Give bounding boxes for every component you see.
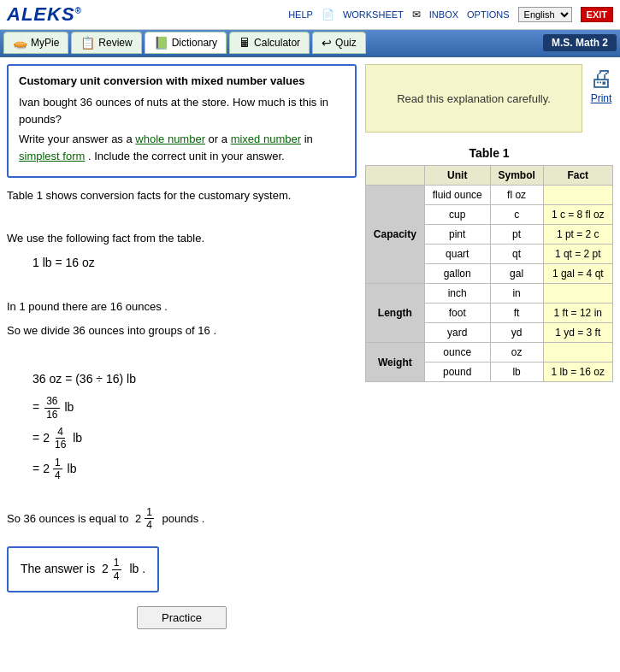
nav-dictionary-label: Dictionary bbox=[172, 37, 217, 49]
main-content: Customary unit conversion with mixed num… bbox=[0, 57, 620, 645]
nav-dictionary[interactable]: 📗 Dictionary bbox=[145, 32, 227, 54]
calculator-icon: 🖩 bbox=[239, 36, 251, 50]
symbol-header: Symbol bbox=[490, 166, 543, 186]
symbol-pound: lb bbox=[490, 363, 543, 382]
header-right: HELP 📄 WORKSHEET ✉ INBOX OPTIONS English… bbox=[288, 7, 613, 22]
symbol-quart: qt bbox=[490, 245, 543, 264]
step2-fraction: 36 16 bbox=[44, 395, 59, 421]
mixed-number-link[interactable]: mixed number bbox=[231, 133, 301, 145]
worksheet-link[interactable]: WORKSHEET bbox=[343, 9, 404, 20]
unit-header: Unit bbox=[424, 166, 490, 186]
table-header-row: Unit Symbol Fact bbox=[366, 166, 613, 186]
explanation-box: Read this explanation carefully. bbox=[365, 64, 582, 133]
weight-category: Weight bbox=[366, 343, 425, 382]
right-panel: Read this explanation carefully. 🖨 Print… bbox=[365, 64, 613, 638]
nav-quiz-label: Quiz bbox=[335, 37, 357, 49]
fact-header: Fact bbox=[543, 166, 612, 186]
quiz-icon: ↩ bbox=[322, 36, 332, 50]
step4-fraction: 1 4 bbox=[53, 457, 62, 482]
symbol-cup: c bbox=[490, 205, 543, 225]
fact-yard: 1 yd = 3 ft bbox=[543, 323, 612, 343]
fact-pint: 1 pt = 2 c bbox=[543, 225, 612, 245]
conclusion-value: 2 1 4 bbox=[135, 506, 156, 532]
fact-inch bbox=[543, 284, 612, 304]
answer-value: 2 1 4 bbox=[102, 557, 122, 582]
unit-quart: quart bbox=[424, 245, 490, 264]
pounds-text: In 1 pound there are 16 ounces . bbox=[7, 298, 357, 316]
step3-line: = 2 4 16 lb bbox=[32, 426, 357, 451]
symbol-inch: in bbox=[490, 284, 543, 304]
problem-box: Customary unit conversion with mixed num… bbox=[7, 64, 357, 178]
category-header bbox=[366, 166, 425, 186]
fact-foot: 1 ft = 12 in bbox=[543, 304, 612, 323]
divide-text: So we divide 36 ounces into groups of 16… bbox=[7, 321, 357, 340]
unit-inch: inch bbox=[424, 284, 490, 304]
nav-review-label: Review bbox=[98, 37, 132, 49]
print-icon: 🖨 bbox=[589, 64, 613, 92]
fact-intro: We use the following fact from the table… bbox=[7, 229, 357, 248]
nav-review[interactable]: 📋 Review bbox=[71, 32, 141, 54]
conclusion-text: So 36 ounces is equal to 2 1 4 pounds . bbox=[7, 506, 357, 532]
problem-body: Ivan bought 36 ounces of nuts at the sto… bbox=[19, 94, 345, 127]
conversion-table-container: Table 1 Unit Symbol Fact Capacity fluid … bbox=[365, 146, 613, 382]
symbol-fl-oz: fl oz bbox=[490, 186, 543, 205]
symbol-pint: pt bbox=[490, 225, 543, 245]
simplest-form-link[interactable]: simplest form bbox=[19, 150, 85, 162]
unit-ounce: ounce bbox=[424, 343, 490, 363]
language-select[interactable]: English bbox=[518, 7, 572, 22]
content-text: Table 1 shows conversion facts for the c… bbox=[7, 186, 357, 592]
step4-mixed: 2 1 4 bbox=[43, 457, 63, 482]
left-panel: Customary unit conversion with mixed num… bbox=[7, 64, 357, 638]
answer-box: The answer is 2 1 4 lb . bbox=[7, 546, 159, 592]
problem-instruction: Write your answer as a whole number or a… bbox=[19, 131, 345, 164]
symbol-foot: ft bbox=[490, 304, 543, 323]
problem-title: Customary unit conversion with mixed num… bbox=[19, 74, 345, 87]
practice-area: Practice bbox=[7, 606, 357, 629]
length-category: Length bbox=[366, 284, 425, 343]
fact-gallon: 1 gal = 4 qt bbox=[543, 264, 612, 284]
fact-equation: 1 lb = 16 oz bbox=[32, 253, 357, 274]
header: ALEKS® HELP 📄 WORKSHEET ✉ INBOX OPTIONS … bbox=[0, 0, 620, 30]
fact-cup: 1 c = 8 fl oz bbox=[543, 205, 612, 225]
inbox-icon: ✉ bbox=[412, 9, 421, 21]
help-link[interactable]: HELP bbox=[288, 9, 313, 20]
table-row: Weight ounce oz bbox=[366, 343, 613, 363]
symbol-yard: yd bbox=[490, 323, 543, 343]
whole-number-link[interactable]: whole number bbox=[135, 133, 205, 145]
symbol-gallon: gal bbox=[490, 264, 543, 284]
table-body: Capacity fluid ounce fl oz cup c 1 c = 8… bbox=[366, 186, 613, 382]
unit-yard: yard bbox=[424, 323, 490, 343]
table-title: Table 1 bbox=[365, 146, 613, 160]
nav-calculator-label: Calculator bbox=[254, 37, 300, 49]
nav-mypie-label: MyPie bbox=[31, 37, 59, 49]
logo: ALEKS® bbox=[7, 3, 82, 26]
options-link[interactable]: OPTIONS bbox=[467, 9, 510, 20]
table-intro: Table 1 shows conversion facts for the c… bbox=[7, 186, 357, 205]
fact-fluid-ounce bbox=[543, 186, 612, 205]
practice-button[interactable]: Practice bbox=[137, 606, 227, 629]
unit-pint: pint bbox=[424, 225, 490, 245]
step1-line: 36 oz = (36 ÷ 16) lb bbox=[32, 369, 357, 390]
nav-calculator[interactable]: 🖩 Calculator bbox=[229, 32, 310, 54]
step2-line: = 36 16 lb bbox=[32, 395, 357, 421]
nav-mypie[interactable]: 🥧 MyPie bbox=[3, 32, 68, 54]
print-label: Print bbox=[591, 92, 612, 104]
unit-fluid-ounce: fluid ounce bbox=[424, 186, 490, 205]
course-label: M.S. Math 2 bbox=[543, 34, 617, 51]
unit-cup: cup bbox=[424, 205, 490, 225]
capacity-category: Capacity bbox=[366, 186, 425, 284]
step4-line: = 2 1 4 lb bbox=[32, 457, 357, 482]
inbox-link[interactable]: INBOX bbox=[429, 9, 458, 20]
table-row: Capacity fluid ounce fl oz bbox=[366, 186, 613, 205]
conversion-table: Unit Symbol Fact Capacity fluid ounce fl… bbox=[365, 165, 613, 382]
exit-button[interactable]: EXIT bbox=[581, 7, 613, 22]
navbar: 🥧 MyPie 📋 Review 📗 Dictionary 🖩 Calculat… bbox=[0, 30, 620, 57]
nav-quiz[interactable]: ↩ Quiz bbox=[312, 32, 366, 54]
print-area[interactable]: 🖨 Print bbox=[589, 64, 613, 139]
symbol-ounce: oz bbox=[490, 343, 543, 363]
step3-fraction: 4 16 bbox=[53, 426, 68, 451]
review-icon: 📋 bbox=[80, 36, 95, 50]
worksheet-icon: 📄 bbox=[322, 9, 334, 21]
mypie-icon: 🥧 bbox=[13, 36, 27, 50]
table-row: Length inch in bbox=[366, 284, 613, 304]
